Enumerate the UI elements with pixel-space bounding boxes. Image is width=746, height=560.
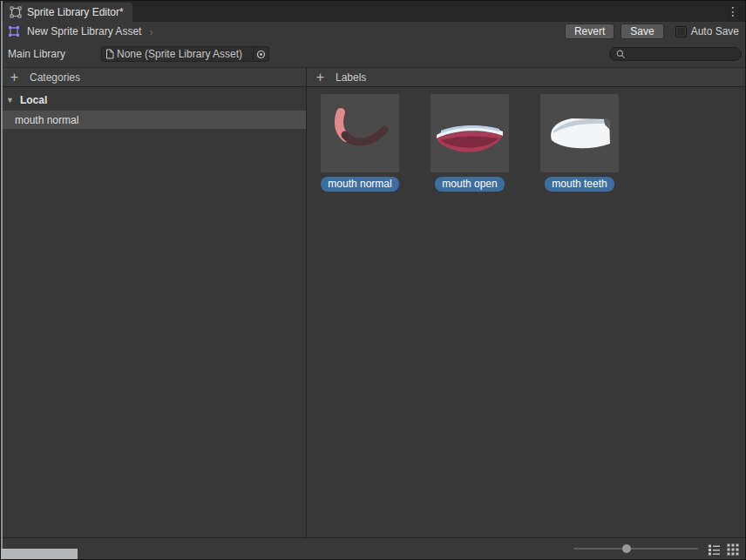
asset-file-icon (105, 49, 114, 59)
search-icon (616, 50, 626, 59)
save-button[interactable]: Save (621, 24, 663, 39)
zoom-slider-handle[interactable] (622, 544, 631, 553)
toolbar-right: Revert Save Auto Save (565, 24, 739, 39)
main-library-object-field[interactable]: None (Sprite Library Asset) (101, 46, 269, 62)
labels-panel-title: Labels (336, 71, 366, 84)
label-pill[interactable]: mouth teeth (545, 177, 614, 192)
local-foldout[interactable]: ▼ Local (1, 91, 306, 109)
object-picker-button[interactable] (253, 47, 268, 61)
label-pill[interactable]: mouth normal (321, 177, 398, 192)
tab-title: Sprite Library Editor* (27, 6, 124, 18)
label-cell-mouth-open[interactable]: mouth open (431, 94, 509, 192)
sprite-thumbnail-mouth-open (431, 94, 509, 172)
object-field-value: None (Sprite Library Asset) (117, 48, 253, 60)
add-label-button[interactable]: + (315, 71, 326, 84)
search-input[interactable] (629, 49, 735, 59)
background-window-edge (1, 1, 3, 559)
breadcrumb-item-new-sprite-library-asset[interactable]: New Sprite Library Asset (27, 25, 141, 37)
foldout-open-icon: ▼ (6, 96, 14, 105)
object-picker-icon (256, 50, 266, 59)
grid-view-icon[interactable] (726, 543, 739, 556)
zoom-slider[interactable] (573, 548, 698, 550)
category-row-mouth-normal[interactable]: mouth normal (1, 111, 306, 129)
breadcrumb: New Sprite Library Asset › (7, 24, 153, 38)
categories-panel: ▼ Local mouth normal (1, 87, 307, 537)
categories-panel-title: Categories (30, 71, 80, 84)
categories-panel-header: + Categories (1, 68, 307, 86)
panel-headers: + Categories + Labels (1, 67, 745, 87)
background-window-corner (1, 549, 78, 559)
content-area: ▼ Local mouth normal mouth normal (1, 87, 745, 537)
add-category-button[interactable]: + (9, 71, 20, 84)
label-cell-mouth-teeth[interactable]: mouth teeth (540, 94, 619, 192)
sprite-library-editor-icon (10, 6, 22, 18)
search-field (609, 47, 742, 61)
local-foldout-label: Local (20, 94, 47, 106)
bottom-bar (1, 537, 745, 559)
list-view-icon[interactable] (708, 543, 721, 556)
tab-sprite-library-editor[interactable]: Sprite Library Editor* (3, 3, 132, 22)
labels-panel-header: + Labels (307, 68, 745, 86)
labels-grid: mouth normal mouth open (321, 94, 745, 192)
auto-save-checkbox[interactable] (675, 26, 687, 37)
main-library-label: Main Library (8, 48, 101, 60)
label-cell-mouth-normal[interactable]: mouth normal (321, 94, 399, 192)
revert-button[interactable]: Revert (565, 24, 614, 39)
labels-panel: mouth normal mouth open (307, 87, 745, 537)
sprite-thumbnail-mouth-teeth (540, 94, 619, 172)
auto-save-label: Auto Save (691, 25, 739, 37)
toolbar: New Sprite Library Asset › Revert Save A… (1, 22, 745, 41)
kebab-menu-icon[interactable]: ⋮ (726, 3, 740, 19)
sprite-library-asset-icon (7, 24, 21, 38)
sprite-thumbnail-mouth-normal (321, 94, 399, 172)
tab-bar: Sprite Library Editor* ⋮ (1, 1, 745, 22)
label-pill[interactable]: mouth open (435, 177, 504, 192)
sprite-library-editor-window: Sprite Library Editor* ⋮ New Sprite Libr… (0, 0, 746, 560)
breadcrumb-chevron-icon: › (149, 25, 153, 38)
